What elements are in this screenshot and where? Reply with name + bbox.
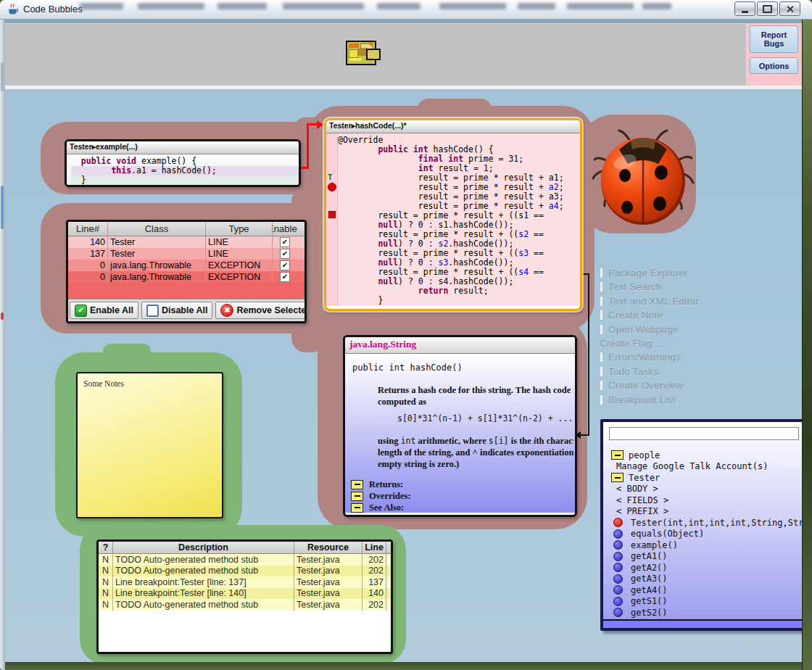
- horizontal-scrollbar[interactable]: [603, 619, 812, 628]
- close-button[interactable]: [779, 1, 800, 16]
- editor-gutter[interactable]: T: [326, 133, 338, 306]
- menu-item-errors-warnings[interactable]: Errors/Warnings: [608, 352, 681, 363]
- todo-table-empty-area: [99, 611, 391, 653]
- tree-item-geta3[interactable]: getA3(): [603, 574, 812, 585]
- tree-item-prefix[interactable]: < PREFIX >: [603, 506, 812, 518]
- bubble-title-hashcode[interactable]: Tester▸hashCode(...)*: [326, 120, 580, 133]
- tree-item-gets1[interactable]: getS1(): [603, 596, 812, 608]
- bubble-sticky-note[interactable]: Some Notes: [76, 372, 223, 518]
- breakpoint-dot-icon[interactable]: [328, 183, 336, 191]
- enabled-checkbox[interactable]: ✔: [280, 237, 290, 247]
- column-header[interactable]: ?: [99, 542, 113, 553]
- menu-tick-icon: [600, 352, 602, 362]
- collapse-toggle-icon[interactable]: [611, 450, 624, 460]
- background-window-text: [377, 3, 420, 9]
- menu-item-create-flag[interactable]: Create Flag ...: [600, 338, 664, 349]
- tree-item-geta2[interactable]: getA2(): [603, 562, 812, 574]
- todo-row[interactable]: NLine breakpoint:Tester [line: 137]Teste…: [99, 576, 391, 588]
- collapse-toggle-icon[interactable]: [611, 473, 624, 482]
- collapse-toggle-icon[interactable]: [351, 503, 363, 513]
- tree-item-geta1[interactable]: getA1(): [603, 551, 812, 563]
- menu-item-text-search[interactable]: Text Search: [608, 281, 661, 292]
- enabled-checkbox[interactable]: ✔: [280, 249, 290, 259]
- example-code[interactable]: public void example() { this.a1 = hashCo…: [67, 154, 299, 186]
- menu-tick-icon: [600, 297, 602, 306]
- bubble-title-example[interactable]: Tester▸example(...): [67, 141, 299, 154]
- disable-all-button[interactable]: Disable All: [141, 302, 212, 319]
- column-header[interactable]: Resource: [294, 542, 362, 553]
- enabled-checkbox[interactable]: ✔: [280, 272, 290, 282]
- background-window-text: [218, 3, 267, 9]
- column-header[interactable]: Enabled: [273, 222, 297, 236]
- menu-item-create-overview[interactable]: Create Overview: [608, 380, 684, 391]
- column-header[interactable]: Class: [108, 222, 206, 236]
- menu-item-open-webpage[interactable]: Open Webpage: [608, 324, 679, 335]
- tree-item-gets2[interactable]: getS2(): [603, 607, 812, 619]
- menu-item-text-and-xml-editor[interactable]: Text and XML Editor: [608, 296, 699, 307]
- todo-row[interactable]: NTODO Auto-generated method stubTester.j…: [99, 599, 391, 611]
- tree-items: peopleManage Google Talk Account(s)Teste…: [603, 450, 812, 619]
- search-input[interactable]: [609, 427, 799, 440]
- breakpoint-row-selected[interactable]: 0java.lang.ThrowableEXCEPTION✔: [68, 271, 304, 283]
- tree-item-fields[interactable]: < FIELDS >: [603, 495, 812, 506]
- column-header[interactable]: Type: [206, 222, 273, 236]
- tree-item-geta4[interactable]: getA4(): [603, 584, 812, 596]
- enable-all-button[interactable]: ✔Enable All: [70, 302, 138, 319]
- column-header[interactable]: Description: [113, 542, 294, 553]
- tree-item-manage-google-talk-account-s[interactable]: Manage Google Talk Account(s): [603, 461, 812, 473]
- tree-item-tester-int-int-int-int-string-string-str[interactable]: Tester(int,int,int,int,String,String,Str: [603, 517, 812, 529]
- doc-paragraph-2: using int arithmetic, where s[i] is the …: [378, 435, 573, 470]
- todo-row[interactable]: NTODO Auto-generated method stubTester.j…: [99, 554, 391, 566]
- collapse-toggle-icon[interactable]: [351, 480, 363, 489]
- doc-section-returns[interactable]: Returns:: [351, 479, 573, 490]
- enabled-checkbox[interactable]: ✔: [280, 260, 290, 270]
- bubble-breakpoint-list: Line#ClassTypeEnabled 140TesterLINE✔137T…: [66, 220, 307, 323]
- doc-section-overrides[interactable]: Overrides:: [351, 490, 573, 502]
- menu-tick-icon: [600, 325, 602, 334]
- background-window-text: [518, 3, 555, 9]
- collapse-toggle-icon[interactable]: [351, 492, 363, 501]
- method-icon: [613, 552, 623, 561]
- options-button[interactable]: Options: [750, 57, 798, 74]
- breakpoint-row[interactable]: 0java.lang.ThrowableEXCEPTION✔: [68, 260, 304, 271]
- minimize-button[interactable]: [734, 1, 755, 16]
- report-bugs-button[interactable]: Report Bugs: [750, 25, 798, 53]
- check-green-icon: ✔: [75, 305, 87, 317]
- column-header[interactable]: Line: [362, 542, 386, 553]
- tree-item-tester[interactable]: Tester: [603, 472, 812, 484]
- todo-row[interactable]: NLine breakpoint:Tester [line: 140]Teste…: [99, 588, 391, 600]
- hashcode-code[interactable]: @Override public int hashCode() { final …: [338, 133, 580, 306]
- maximize-button[interactable]: [757, 1, 778, 16]
- code-line: }: [338, 296, 580, 305]
- breakpoint-row[interactable]: 137TesterLINE✔: [68, 248, 304, 260]
- ladybug-flag-image[interactable]: [589, 122, 697, 231]
- breakpoint-table-empty-area[interactable]: [68, 283, 304, 299]
- tree-item-equals-object[interactable]: equals(Object): [603, 529, 812, 540]
- doc-link-line: [581, 434, 589, 436]
- doc-body[interactable]: public int hashCode() Returns a hash cod…: [345, 354, 575, 513]
- todo-row[interactable]: NTODO Auto-generated method stubTester.j…: [99, 566, 391, 577]
- tree-item-people[interactable]: people: [603, 450, 812, 461]
- method-icon: [613, 585, 623, 595]
- doc-section-see-also[interactable]: See Also:: [351, 502, 573, 513]
- title-bar[interactable]: Code Bubbles: [0, 0, 812, 20]
- tree-item-example[interactable]: example(): [603, 539, 812, 551]
- window-border-right: [802, 19, 812, 670]
- menu-item-package-explorer[interactable]: Package Explorer: [608, 268, 688, 278]
- breakpoint-row[interactable]: 140TesterLINE✔: [68, 236, 304, 248]
- doc-formula: s[0]*31^(n-1) + s[1]*31^(n-2) + ...: [397, 413, 573, 425]
- method-icon: [613, 529, 623, 539]
- menu-item-breakpoint-list[interactable]: Breakpoint List: [608, 394, 675, 405]
- tree-item-body[interactable]: < BODY >: [603, 484, 812, 495]
- breakpoint-square-icon[interactable]: [328, 211, 336, 218]
- task-marker[interactable]: T: [328, 173, 333, 182]
- menu-tick-icon: [600, 268, 602, 278]
- menu-tick-icon: [600, 381, 602, 390]
- column-header[interactable]: Line#: [68, 222, 108, 236]
- window-title: Code Bubbles: [23, 4, 83, 15]
- menu-item-todo-tasks[interactable]: Todo Tasks: [608, 366, 658, 377]
- doc-title[interactable]: java.lang.String: [345, 337, 575, 354]
- workspace-overview-icon[interactable]: [346, 41, 376, 65]
- remove-selected-button[interactable]: ✖Remove Selected: [215, 302, 307, 319]
- menu-item-create-note[interactable]: Create Note: [608, 310, 663, 320]
